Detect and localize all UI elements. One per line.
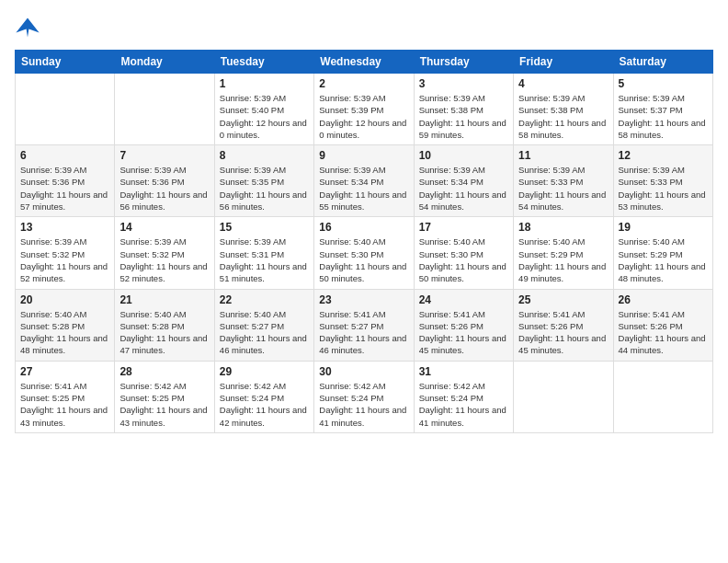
calendar-table: SundayMondayTuesdayWednesdayThursdayFrid… bbox=[15, 50, 713, 433]
day-number: 28 bbox=[119, 365, 209, 378]
day-number: 18 bbox=[518, 221, 608, 234]
day-detail: Sunrise: 5:40 AMSunset: 5:29 PMDaylight:… bbox=[619, 236, 708, 284]
day-detail: Sunrise: 5:39 AMSunset: 5:38 PMDaylight:… bbox=[518, 92, 608, 141]
calendar-week-row: 6Sunrise: 5:39 AMSunset: 5:36 PMDaylight… bbox=[16, 145, 713, 217]
calendar-cell: 26Sunrise: 5:41 AMSunset: 5:26 PMDayligh… bbox=[613, 289, 712, 361]
calendar-cell: 8Sunrise: 5:39 AMSunset: 5:35 PMDaylight… bbox=[214, 145, 313, 217]
day-number: 29 bbox=[220, 365, 309, 378]
calendar-cell: 30Sunrise: 5:42 AMSunset: 5:24 PMDayligh… bbox=[314, 361, 414, 432]
day-detail: Sunrise: 5:41 AMSunset: 5:26 PMDaylight:… bbox=[619, 308, 708, 357]
svg-marker-0 bbox=[16, 18, 39, 38]
calendar-cell: 3Sunrise: 5:39 AMSunset: 5:38 PMDaylight… bbox=[414, 74, 513, 145]
day-number: 12 bbox=[619, 149, 708, 162]
calendar-cell: 12Sunrise: 5:39 AMSunset: 5:33 PMDayligh… bbox=[613, 145, 712, 217]
calendar-cell: 7Sunrise: 5:39 AMSunset: 5:36 PMDaylight… bbox=[115, 145, 214, 217]
day-detail: Sunrise: 5:40 AMSunset: 5:30 PMDaylight:… bbox=[319, 236, 408, 284]
day-detail: Sunrise: 5:41 AMSunset: 5:25 PMDaylight:… bbox=[20, 380, 109, 429]
day-detail: Sunrise: 5:39 AMSunset: 5:33 PMDaylight:… bbox=[518, 164, 608, 213]
day-number: 20 bbox=[20, 293, 109, 306]
day-detail: Sunrise: 5:41 AMSunset: 5:26 PMDaylight:… bbox=[518, 308, 608, 357]
calendar-cell: 4Sunrise: 5:39 AMSunset: 5:38 PMDaylight… bbox=[514, 74, 613, 145]
day-detail: Sunrise: 5:39 AMSunset: 5:37 PMDaylight:… bbox=[619, 92, 708, 141]
day-number: 4 bbox=[518, 77, 608, 90]
day-number: 5 bbox=[619, 77, 708, 90]
weekday-header: Monday bbox=[115, 51, 214, 74]
calendar-cell: 1Sunrise: 5:39 AMSunset: 5:40 PMDaylight… bbox=[214, 74, 313, 145]
calendar-cell: 13Sunrise: 5:39 AMSunset: 5:32 PMDayligh… bbox=[16, 217, 115, 289]
weekday-header: Friday bbox=[514, 51, 613, 74]
day-detail: Sunrise: 5:40 AMSunset: 5:27 PMDaylight:… bbox=[220, 308, 309, 357]
calendar-cell: 20Sunrise: 5:40 AMSunset: 5:28 PMDayligh… bbox=[16, 289, 115, 361]
day-detail: Sunrise: 5:42 AMSunset: 5:25 PMDaylight:… bbox=[119, 380, 209, 429]
day-number: 11 bbox=[518, 149, 608, 162]
calendar-cell: 25Sunrise: 5:41 AMSunset: 5:26 PMDayligh… bbox=[514, 289, 613, 361]
calendar-week-row: 1Sunrise: 5:39 AMSunset: 5:40 PMDaylight… bbox=[16, 74, 713, 145]
calendar-cell bbox=[115, 74, 214, 145]
calendar-cell: 16Sunrise: 5:40 AMSunset: 5:30 PMDayligh… bbox=[314, 217, 414, 289]
calendar-cell: 9Sunrise: 5:39 AMSunset: 5:34 PMDaylight… bbox=[314, 145, 414, 217]
day-number: 9 bbox=[319, 149, 408, 162]
day-number: 26 bbox=[619, 293, 708, 306]
calendar-cell: 23Sunrise: 5:41 AMSunset: 5:27 PMDayligh… bbox=[314, 289, 414, 361]
day-number: 19 bbox=[619, 221, 708, 234]
weekday-header: Sunday bbox=[16, 51, 115, 74]
calendar-cell: 5Sunrise: 5:39 AMSunset: 5:37 PMDaylight… bbox=[613, 74, 712, 145]
day-number: 24 bbox=[419, 293, 508, 306]
weekday-header: Saturday bbox=[613, 51, 712, 74]
day-detail: Sunrise: 5:42 AMSunset: 5:24 PMDaylight:… bbox=[220, 380, 309, 429]
day-number: 22 bbox=[220, 293, 309, 306]
day-number: 17 bbox=[419, 221, 508, 234]
day-detail: Sunrise: 5:39 AMSunset: 5:32 PMDaylight:… bbox=[119, 236, 209, 284]
calendar-cell: 10Sunrise: 5:39 AMSunset: 5:34 PMDayligh… bbox=[414, 145, 513, 217]
day-detail: Sunrise: 5:39 AMSunset: 5:39 PMDaylight:… bbox=[319, 92, 408, 141]
calendar-cell bbox=[514, 361, 613, 432]
calendar-cell: 28Sunrise: 5:42 AMSunset: 5:25 PMDayligh… bbox=[115, 361, 214, 432]
day-detail: Sunrise: 5:39 AMSunset: 5:38 PMDaylight:… bbox=[419, 92, 508, 141]
calendar-week-row: 27Sunrise: 5:41 AMSunset: 5:25 PMDayligh… bbox=[16, 361, 713, 432]
day-number: 23 bbox=[319, 293, 408, 306]
day-number: 15 bbox=[220, 221, 309, 234]
day-detail: Sunrise: 5:42 AMSunset: 5:24 PMDaylight:… bbox=[419, 380, 508, 429]
calendar-header-row: SundayMondayTuesdayWednesdayThursdayFrid… bbox=[16, 51, 713, 74]
day-detail: Sunrise: 5:39 AMSunset: 5:36 PMDaylight:… bbox=[20, 164, 109, 213]
day-number: 13 bbox=[20, 221, 109, 234]
calendar-cell: 31Sunrise: 5:42 AMSunset: 5:24 PMDayligh… bbox=[414, 361, 513, 432]
day-detail: Sunrise: 5:40 AMSunset: 5:29 PMDaylight:… bbox=[518, 236, 608, 284]
calendar-week-row: 13Sunrise: 5:39 AMSunset: 5:32 PMDayligh… bbox=[16, 217, 713, 289]
calendar-cell: 19Sunrise: 5:40 AMSunset: 5:29 PMDayligh… bbox=[613, 217, 712, 289]
day-number: 7 bbox=[119, 149, 209, 162]
day-detail: Sunrise: 5:39 AMSunset: 5:40 PMDaylight:… bbox=[220, 92, 309, 141]
day-number: 10 bbox=[419, 149, 508, 162]
day-number: 6 bbox=[20, 149, 109, 162]
calendar-cell: 14Sunrise: 5:39 AMSunset: 5:32 PMDayligh… bbox=[115, 217, 214, 289]
day-number: 25 bbox=[518, 293, 608, 306]
calendar-body: 1Sunrise: 5:39 AMSunset: 5:40 PMDaylight… bbox=[16, 74, 713, 433]
day-detail: Sunrise: 5:41 AMSunset: 5:27 PMDaylight:… bbox=[319, 308, 408, 357]
page-header bbox=[15, 15, 713, 40]
calendar-week-row: 20Sunrise: 5:40 AMSunset: 5:28 PMDayligh… bbox=[16, 289, 713, 361]
logo bbox=[15, 15, 44, 40]
day-number: 1 bbox=[220, 77, 309, 90]
day-detail: Sunrise: 5:41 AMSunset: 5:26 PMDaylight:… bbox=[419, 308, 508, 357]
calendar-cell: 18Sunrise: 5:40 AMSunset: 5:29 PMDayligh… bbox=[514, 217, 613, 289]
day-detail: Sunrise: 5:39 AMSunset: 5:36 PMDaylight:… bbox=[119, 164, 209, 213]
calendar-cell: 2Sunrise: 5:39 AMSunset: 5:39 PMDaylight… bbox=[314, 74, 414, 145]
calendar-cell: 22Sunrise: 5:40 AMSunset: 5:27 PMDayligh… bbox=[214, 289, 313, 361]
day-detail: Sunrise: 5:39 AMSunset: 5:34 PMDaylight:… bbox=[319, 164, 408, 213]
calendar-cell: 24Sunrise: 5:41 AMSunset: 5:26 PMDayligh… bbox=[414, 289, 513, 361]
calendar-cell bbox=[613, 361, 712, 432]
day-detail: Sunrise: 5:39 AMSunset: 5:33 PMDaylight:… bbox=[619, 164, 708, 213]
day-number: 31 bbox=[419, 365, 508, 378]
day-detail: Sunrise: 5:40 AMSunset: 5:28 PMDaylight:… bbox=[119, 308, 209, 357]
calendar-cell: 29Sunrise: 5:42 AMSunset: 5:24 PMDayligh… bbox=[214, 361, 313, 432]
day-detail: Sunrise: 5:42 AMSunset: 5:24 PMDaylight:… bbox=[319, 380, 408, 429]
calendar-cell: 17Sunrise: 5:40 AMSunset: 5:30 PMDayligh… bbox=[414, 217, 513, 289]
day-number: 16 bbox=[319, 221, 408, 234]
calendar-cell: 27Sunrise: 5:41 AMSunset: 5:25 PMDayligh… bbox=[16, 361, 115, 432]
calendar-cell: 21Sunrise: 5:40 AMSunset: 5:28 PMDayligh… bbox=[115, 289, 214, 361]
day-detail: Sunrise: 5:40 AMSunset: 5:30 PMDaylight:… bbox=[419, 236, 508, 284]
day-number: 30 bbox=[319, 365, 408, 378]
day-number: 8 bbox=[220, 149, 309, 162]
day-number: 3 bbox=[419, 77, 508, 90]
day-number: 27 bbox=[20, 365, 109, 378]
